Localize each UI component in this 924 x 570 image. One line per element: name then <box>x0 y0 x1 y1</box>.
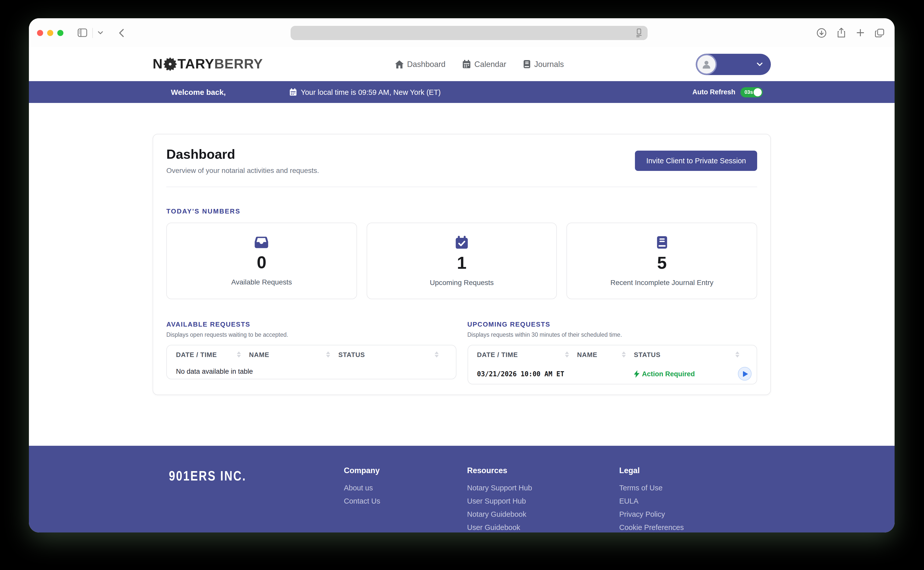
column-header-date-time[interactable]: DATE / TIME <box>176 351 249 358</box>
lightning-icon <box>634 370 639 377</box>
sort-icon <box>622 351 626 357</box>
footer-link-privacy-policy[interactable]: Privacy Policy <box>619 511 684 518</box>
download-icon[interactable] <box>817 28 827 38</box>
tab-overview-icon[interactable] <box>875 28 884 37</box>
footer-column-resources: Resources Notary Support Hub User Suppor… <box>467 466 532 531</box>
available-requests-description: Displays open requests waiting to be acc… <box>166 332 456 338</box>
nav-label: Calendar <box>474 60 506 69</box>
footer-link-notary-support-hub[interactable]: Notary Support Hub <box>467 484 532 491</box>
invite-client-button[interactable]: Invite Client to Private Session <box>635 151 757 171</box>
local-time-text: Your local time is 09:59 AM, New York (E… <box>301 88 441 96</box>
nav-item-dashboard[interactable]: Dashboard <box>395 60 446 69</box>
user-avatar-icon <box>697 55 716 73</box>
close-window-button[interactable] <box>37 30 43 36</box>
upcoming-requests-title: UPCOMING REQUESTS <box>467 320 757 328</box>
back-icon[interactable] <box>118 28 124 37</box>
upcoming-requests-section: UPCOMING REQUESTS Displays requests with… <box>467 320 757 385</box>
play-icon <box>743 371 748 377</box>
chevron-down-icon <box>757 62 763 66</box>
logo-part1: N <box>153 56 163 72</box>
main-nav: Dashboard Calendar <box>395 60 564 69</box>
sort-icon <box>237 351 241 357</box>
footer-link-terms-of-use[interactable]: Terms of Use <box>619 484 684 491</box>
notaryberry-logo[interactable]: N 901ers TARYBERRY <box>153 56 263 72</box>
empty-table-text: No data available in table <box>176 368 253 375</box>
auto-refresh-toggle[interactable]: 03s <box>740 87 763 97</box>
calendar-white-icon <box>290 88 297 96</box>
screen: N 901ers TARYBERRY <box>0 0 924 570</box>
available-requests-table: DATE / TIME NAME STATUS <box>166 345 456 379</box>
traffic-lights <box>37 30 63 36</box>
share-icon[interactable] <box>837 28 846 38</box>
column-header-name[interactable]: NAME <box>249 351 338 358</box>
table-row: 03/21/2026 10:00 AM ET Action Required <box>468 364 757 384</box>
footer-link-contact-us[interactable]: Contact Us <box>344 498 380 504</box>
upcoming-requests-table: DATE / TIME NAME STATUS <box>467 345 757 385</box>
minimize-window-button[interactable] <box>47 30 53 36</box>
stat-cards: 0 Available Requests 1 Upcoming Requests <box>166 223 757 299</box>
browser-window: N 901ers TARYBERRY <box>29 18 895 532</box>
footer-link-notary-guidebook[interactable]: Notary Guidebook <box>467 511 532 518</box>
footer-link-cookie-preferences[interactable]: Cookie Preferences <box>619 524 684 531</box>
footer-brand: 901ERS INC. <box>169 468 247 484</box>
sort-icon <box>565 351 569 357</box>
toggle-knob <box>754 88 762 96</box>
journal-book-icon <box>656 236 667 249</box>
address-bar[interactable] <box>291 26 648 40</box>
footer-column-company: Company About us Contact Us <box>344 466 380 504</box>
user-menu[interactable] <box>696 54 771 75</box>
page-subtitle: Overview of your notarial activities and… <box>166 166 319 175</box>
footer-link-about-us[interactable]: About us <box>344 484 380 491</box>
welcome-bar: Welcome back, Your local time is 09:59 A… <box>29 81 895 103</box>
stat-value: 0 <box>257 253 267 271</box>
request-date-time: 03/21/2026 10:00 AM ET <box>477 370 577 377</box>
reader-icon[interactable] <box>635 28 642 38</box>
column-label: STATUS <box>338 351 365 358</box>
status-text: Action Required <box>642 370 695 377</box>
sidebar-toggle-icon[interactable] <box>78 28 87 37</box>
column-label: STATUS <box>634 351 660 358</box>
upcoming-requests-description: Displays requests within 30 minutes of t… <box>467 332 757 338</box>
zoom-window-button[interactable] <box>57 30 63 36</box>
available-requests-section: AVAILABLE REQUESTS Displays open request… <box>166 320 456 385</box>
stat-upcoming-requests: 1 Upcoming Requests <box>366 223 557 299</box>
page-footer: 901ERS INC. Company About us Contact Us … <box>29 446 895 532</box>
status-badge: Action Required <box>634 370 695 377</box>
site-header: N 901ers TARYBERRY <box>29 47 895 81</box>
sort-icon <box>326 351 330 357</box>
main-content: Dashboard Overview of your notarial acti… <box>29 134 895 446</box>
logo-vertical-text: 901ers <box>165 58 169 70</box>
column-label: DATE / TIME <box>477 351 518 358</box>
new-tab-icon[interactable] <box>856 28 865 37</box>
footer-link-user-guidebook[interactable]: User Guidebook <box>467 524 532 531</box>
nav-item-calendar[interactable]: Calendar <box>463 60 506 69</box>
column-header-date-time[interactable]: DATE / TIME <box>477 351 577 358</box>
page-title: Dashboard <box>166 147 319 162</box>
auto-refresh-label: Auto Refresh <box>692 88 736 96</box>
column-label: DATE / TIME <box>176 351 217 358</box>
home-icon <box>395 60 403 68</box>
logo-part3: BERRY <box>214 56 263 72</box>
column-header-name[interactable]: NAME <box>577 351 634 358</box>
join-session-button[interactable] <box>738 367 752 381</box>
footer-link-eula[interactable]: EULA <box>619 498 684 504</box>
dashboard-card: Dashboard Overview of your notarial acti… <box>153 134 771 395</box>
column-header-status[interactable]: STATUS <box>634 351 748 358</box>
stat-label: Recent Incomplete Journal Entry <box>610 278 713 286</box>
stat-available-requests: 0 Available Requests <box>166 223 357 299</box>
sort-icon <box>434 351 438 357</box>
stat-incomplete-journal: 5 Recent Incomplete Journal Entry <box>567 223 757 299</box>
berry-icon: 901ers <box>163 57 177 71</box>
auto-refresh-interval: 03s <box>745 89 753 95</box>
sort-icon <box>736 351 739 357</box>
stat-label: Available Requests <box>231 277 292 286</box>
column-label: NAME <box>577 351 598 358</box>
chevron-down-icon[interactable] <box>98 31 103 34</box>
column-label: NAME <box>249 351 269 358</box>
footer-link-user-support-hub[interactable]: User Support Hub <box>467 498 532 504</box>
nav-label: Journals <box>534 60 564 69</box>
column-header-status[interactable]: STATUS <box>338 351 446 358</box>
toolbar-divider <box>92 28 93 38</box>
available-requests-title: AVAILABLE REQUESTS <box>166 320 456 328</box>
nav-item-journals[interactable]: Journals <box>524 60 564 69</box>
